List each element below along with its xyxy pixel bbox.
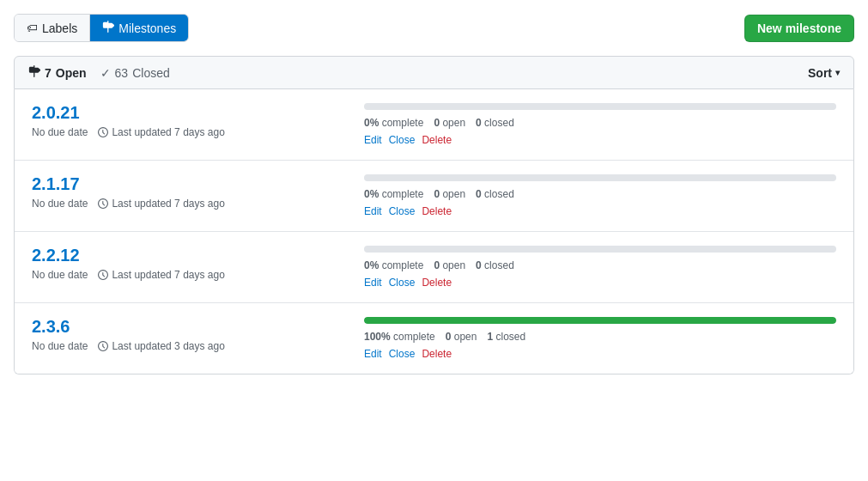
sort-label: Sort [808,66,832,80]
open-filter-icon [28,65,40,80]
milestone-stats: 100% complete 0 open 1 closed [364,331,836,343]
last-updated: Last updated 7 days ago [98,126,224,138]
milestone-actions: Edit Close Delete [364,205,836,217]
close-link[interactable]: Close [389,134,416,146]
complete-pct: 100% complete [364,331,435,343]
last-updated: Last updated 3 days ago [98,340,224,352]
closed-count: 63 [115,66,129,80]
milestone-actions: Edit Close Delete [364,348,836,360]
milestone-stats: 0% complete 0 open 0 closed [364,188,836,200]
milestone-left: 2.1.17 No due date Last updated 7 days a… [32,174,255,210]
open-label: Open [56,66,87,80]
milestones-list: 2.0.21 No due date Last updated 7 days a… [14,89,854,374]
due-date: No due date [32,198,88,210]
milestone-row: 2.0.21 No due date Last updated 7 days a… [15,89,853,161]
milestone-stats: 0% complete 0 open 0 closed [364,117,836,129]
delete-link[interactable]: Delete [422,134,452,146]
edit-link[interactable]: Edit [364,277,382,289]
close-link[interactable]: Close [389,277,416,289]
milestone-row: 2.2.12 No due date Last updated 7 days a… [15,232,853,303]
tab-group: 🏷 Labels Milestones [14,14,189,42]
close-link[interactable]: Close [389,205,416,217]
milestone-right: 0% complete 0 open 0 closed Edit Close D… [364,174,836,217]
last-updated: Last updated 7 days ago [98,269,224,281]
edit-link[interactable]: Edit [364,134,382,146]
due-date: No due date [32,269,88,281]
milestone-actions: Edit Close Delete [364,277,836,289]
due-date: No due date [32,340,88,352]
top-bar: 🏷 Labels Milestones New milestone [14,14,854,42]
check-icon: ✓ [100,66,111,80]
milestone-title[interactable]: 2.0.21 [32,103,255,123]
milestone-right: 100% complete 0 open 1 closed Edit Close… [364,317,836,360]
closed-label: Closed [132,66,170,80]
last-updated: Last updated 7 days ago [98,198,224,210]
delete-link[interactable]: Delete [422,277,452,289]
progress-bar-bg [364,103,836,110]
filter-left: 7 Open ✓ 63 Closed [28,65,170,80]
milestone-left: 2.2.12 No due date Last updated 7 days a… [32,246,255,281]
filter-bar: 7 Open ✓ 63 Closed Sort ▾ [14,56,854,89]
milestone-right: 0% complete 0 open 0 closed Edit Close D… [364,103,836,146]
open-count: 0 open [434,188,465,200]
open-count: 7 [45,66,52,80]
progress-bar-bg [364,246,836,253]
milestone-right: 0% complete 0 open 0 closed Edit Close D… [364,246,836,289]
closed-count: 1 closed [487,331,525,343]
edit-link[interactable]: Edit [364,348,382,360]
milestones-tab-label: Milestones [118,21,176,35]
milestone-title[interactable]: 2.3.6 [32,317,255,337]
open-filter[interactable]: 7 Open [28,65,87,80]
sort-button[interactable]: Sort ▾ [808,66,840,80]
open-count: 0 open [434,117,465,129]
milestone-actions: Edit Close Delete [364,134,836,146]
milestone-meta: No due date Last updated 3 days ago [32,340,255,352]
open-count: 0 open [446,331,477,343]
progress-bar-bg [364,174,836,181]
label-icon: 🏷 [27,21,38,34]
complete-pct: 0% complete [364,117,423,129]
closed-count: 0 closed [476,117,514,129]
open-count: 0 open [434,259,465,271]
milestone-row: 2.3.6 No due date Last updated 3 days ag… [15,303,853,374]
chevron-down-icon: ▾ [835,68,840,77]
delete-link[interactable]: Delete [422,348,452,360]
labels-tab-label: Labels [42,21,77,35]
labels-tab[interactable]: 🏷 Labels [15,15,90,41]
milestone-left: 2.0.21 No due date Last updated 7 days a… [32,103,255,138]
closed-count: 0 closed [476,259,514,271]
milestone-row: 2.1.17 No due date Last updated 7 days a… [15,161,853,232]
progress-bar-fill [364,317,836,324]
milestone-meta: No due date Last updated 7 days ago [32,198,255,210]
closed-count: 0 closed [476,188,514,200]
milestone-meta: No due date Last updated 7 days ago [32,126,255,138]
milestone-meta: No due date Last updated 7 days ago [32,269,255,281]
milestone-title[interactable]: 2.2.12 [32,246,255,265]
page-wrapper: 🏷 Labels Milestones New milestone [0,0,868,388]
milestone-title[interactable]: 2.1.17 [32,174,255,194]
complete-pct: 0% complete [364,259,423,271]
due-date: No due date [32,126,88,138]
close-link[interactable]: Close [389,348,416,360]
milestone-left: 2.3.6 No due date Last updated 3 days ag… [32,317,255,352]
closed-filter[interactable]: ✓ 63 Closed [100,66,170,80]
complete-pct: 0% complete [364,188,423,200]
milestone-stats: 0% complete 0 open 0 closed [364,259,836,271]
delete-link[interactable]: Delete [422,205,452,217]
new-milestone-button[interactable]: New milestone [744,15,854,42]
progress-bar-bg [364,317,836,324]
milestones-tab[interactable]: Milestones [90,15,188,41]
edit-link[interactable]: Edit [364,205,382,217]
milestone-icon [102,21,114,35]
